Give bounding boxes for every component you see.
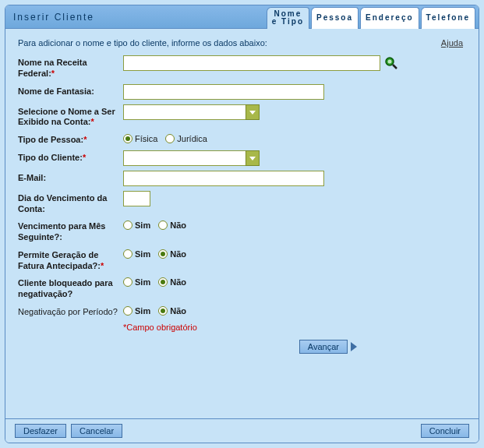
label-fatura-antecipada: Permite Geração de Fatura Antecipada?:* (18, 248, 123, 272)
tab-telefone[interactable]: Telefone (421, 7, 475, 29)
label-tipo-cliente: Tipo do Cliente:* (18, 150, 123, 164)
radio-neg-sim[interactable]: Sim (123, 306, 150, 316)
label-nome-exibido: Selecione o Nome a Ser Exibido na Conta:… (18, 104, 123, 129)
tabs: Nome e Tipo Pessoa Endereço Telefone (265, 5, 475, 29)
label-neg-periodo: Negativação por Período? (18, 305, 123, 318)
radio-juridica[interactable]: Jurídica (165, 134, 207, 143)
label-cliente-bloqueado: Cliente bloqueado para negativação? (18, 276, 123, 300)
label-dia-vencimento: Dia do Vencimento da Conta: (18, 191, 123, 215)
concluir-button[interactable]: Concluir (421, 424, 469, 438)
footer: Desfazer Cancelar Concluir (5, 418, 479, 443)
svg-marker-3 (249, 111, 256, 115)
desfazer-button[interactable]: Desfazer (15, 424, 66, 438)
radio-bloq-sim[interactable]: Sim (123, 277, 150, 287)
label-nome-receita: Nome na Receita Federal:* (18, 55, 123, 79)
radio-fatura-nao[interactable]: Não (158, 249, 186, 259)
input-nome-fantasia[interactable] (123, 84, 324, 100)
arrow-right-icon (351, 342, 357, 351)
tab-endereco[interactable]: Endereço (360, 7, 419, 29)
cancelar-button[interactable]: Cancelar (71, 424, 122, 438)
svg-line-2 (393, 65, 397, 69)
tab-nome-tipo[interactable]: Nome e Tipo (267, 7, 309, 29)
select-tipo-cliente[interactable] (123, 150, 260, 166)
radio-fisica[interactable]: Física (123, 134, 157, 143)
label-email: E-Mail: (18, 171, 123, 184)
radio-bloq-nao[interactable]: Não (158, 277, 186, 287)
window-title: Inserir Cliente (13, 12, 94, 23)
required-note: *Campo obrigatório (123, 323, 466, 332)
label-venc-mes-seguinte: Vencimento para Mês Seguinte?: (18, 219, 123, 243)
help-link[interactable]: Ajuda (441, 38, 463, 48)
svg-marker-4 (249, 157, 256, 161)
dialog-window: Inserir Cliente Nome e Tipo Pessoa Ender… (5, 5, 479, 443)
label-tipo-pessoa: Tipo de Pessoa:* (18, 132, 123, 146)
svg-point-1 (388, 60, 392, 64)
radio-venc-nao[interactable]: Não (158, 220, 186, 230)
radio-fatura-sim[interactable]: Sim (123, 249, 150, 259)
input-email[interactable] (123, 171, 324, 186)
tab-pessoa[interactable]: Pessoa (311, 7, 359, 29)
select-nome-exibido[interactable] (123, 104, 260, 120)
avancar-button[interactable]: Avançar (299, 340, 348, 354)
chevron-down-icon[interactable] (246, 104, 260, 120)
chevron-down-icon[interactable] (246, 150, 260, 166)
titlebar: Inserir Cliente Nome e Tipo Pessoa Ender… (5, 5, 479, 29)
instruction-text: Para adicionar o nome e tipo do cliente,… (18, 38, 267, 48)
input-dia-vencimento (123, 191, 150, 206)
radio-venc-sim[interactable]: Sim (123, 220, 150, 230)
radio-neg-nao[interactable]: Não (158, 306, 186, 316)
form-content: Para adicionar o nome e tipo do cliente,… (5, 29, 479, 368)
input-nome-receita[interactable] (123, 55, 380, 71)
instruction-row: Para adicionar o nome e tipo do cliente,… (18, 38, 466, 48)
search-icon[interactable] (383, 55, 399, 71)
label-nome-fantasia: Nome de Fantasia: (18, 84, 123, 97)
